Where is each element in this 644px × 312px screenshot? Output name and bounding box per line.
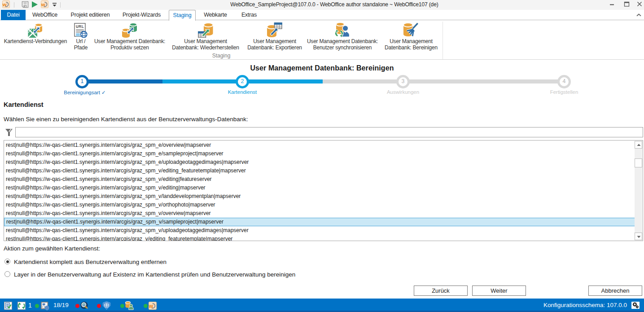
svg-text:w: w <box>41 2 45 7</box>
svg-text:w: w <box>149 303 153 309</box>
svg-text:URL: URL <box>76 25 84 29</box>
svg-text:w: w <box>2 2 7 7</box>
